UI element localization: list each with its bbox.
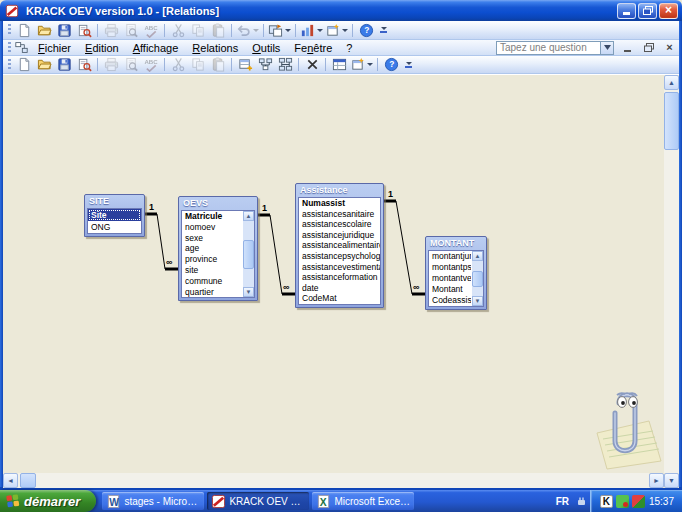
field-Codeassistan[interactable]: Codeassistan bbox=[429, 295, 472, 306]
scroll-up-icon[interactable]: ▲ bbox=[243, 211, 254, 221]
scroll-down-icon[interactable]: ▼ bbox=[243, 287, 254, 297]
file-search-button[interactable] bbox=[74, 56, 94, 73]
table-title[interactable]: SITE bbox=[87, 195, 142, 208]
field-CodeMat[interactable]: CodeMat bbox=[299, 293, 380, 304]
field-Site[interactable]: Site bbox=[88, 209, 141, 221]
scroll-track[interactable] bbox=[472, 261, 483, 296]
field-assistancepsychologique[interactable]: assistancepsychologique bbox=[299, 251, 380, 262]
scroll-track[interactable] bbox=[243, 221, 254, 287]
db-window-button[interactable] bbox=[329, 56, 349, 73]
field-montantvestim[interactable]: montantvestim bbox=[429, 273, 472, 284]
analyze-button[interactable] bbox=[299, 22, 324, 39]
new-button[interactable] bbox=[14, 56, 34, 73]
taskbar-task-word[interactable]: Wstages - Microsoft Word bbox=[102, 492, 204, 510]
vertical-scroll-thumb[interactable] bbox=[664, 92, 679, 150]
menubar-drag-handle[interactable] bbox=[8, 42, 11, 54]
field-montantpsych[interactable]: montantpsych bbox=[429, 262, 472, 273]
vertical-scroll-track[interactable] bbox=[664, 90, 679, 473]
tray-icon-green-status[interactable] bbox=[616, 495, 629, 508]
file-search-button[interactable] bbox=[74, 22, 94, 39]
scroll-right-icon[interactable]: ► bbox=[649, 473, 664, 488]
relationship-site-oevs[interactable]: 1∞ bbox=[145, 202, 178, 269]
mdi-close-button[interactable]: × bbox=[662, 41, 677, 54]
direct-relationships-button[interactable] bbox=[255, 56, 275, 73]
field-site[interactable]: site bbox=[182, 265, 243, 276]
menu-fichier[interactable]: Fichier bbox=[31, 41, 78, 55]
field-ONG[interactable]: ONG bbox=[88, 221, 141, 233]
horizontal-scroll-track[interactable] bbox=[18, 473, 649, 488]
field-assistancesanitaire[interactable]: assistancesanitaire bbox=[299, 209, 380, 220]
safely-remove-icon[interactable] bbox=[573, 490, 590, 512]
help-button[interactable]: ? bbox=[381, 56, 401, 73]
table-title[interactable]: Assistance bbox=[298, 184, 381, 197]
field-assistancescolaire[interactable]: assistancescolaire bbox=[299, 219, 380, 230]
taskbar-task-krack[interactable]: KRACK OEV version 1... bbox=[207, 492, 309, 510]
field-assistancealimentaire[interactable]: assistancealimentaire bbox=[299, 240, 380, 251]
table-oevs[interactable]: OEVSMatriculenomoevsexeageprovincesiteco… bbox=[178, 196, 258, 301]
tray-icon-red-status[interactable] bbox=[632, 495, 645, 508]
scroll-thumb[interactable] bbox=[243, 240, 254, 270]
field-date[interactable]: date bbox=[299, 283, 380, 294]
titlebar[interactable]: KRACK OEV version 1.0 - [Relations] × bbox=[0, 0, 682, 21]
field-montantjuridiq[interactable]: montantjuridiq bbox=[429, 251, 472, 262]
clock[interactable]: 15:37 bbox=[649, 496, 674, 507]
field-age[interactable]: age bbox=[182, 243, 243, 254]
menu-outils[interactable]: Outils bbox=[245, 41, 287, 55]
field-nomoev[interactable]: nomoev bbox=[182, 222, 243, 233]
table-scrollbar[interactable]: ▲▼ bbox=[471, 251, 483, 306]
field-province[interactable]: province bbox=[182, 254, 243, 265]
save-button[interactable] bbox=[54, 22, 74, 39]
table-scrollbar[interactable]: ▲▼ bbox=[242, 211, 254, 297]
table-site[interactable]: SITESiteONG bbox=[84, 194, 145, 237]
field-assistanceformation[interactable]: assistanceformation bbox=[299, 272, 380, 283]
child-window-icon[interactable] bbox=[15, 41, 28, 54]
scroll-up-icon[interactable]: ▲ bbox=[664, 75, 679, 90]
field-sexe[interactable]: sexe bbox=[182, 233, 243, 244]
relationship-assistance-montant[interactable]: 1∞ bbox=[384, 189, 425, 294]
menu-edition[interactable]: Edition bbox=[78, 41, 126, 55]
field-Numassist[interactable]: Numassist bbox=[299, 198, 380, 209]
office-assistant-clippy[interactable] bbox=[593, 387, 665, 475]
relationship-oevs-assistance[interactable]: 1∞ bbox=[258, 203, 295, 294]
field-assistancejuridique[interactable]: assistancejuridique bbox=[299, 230, 380, 241]
field-Matricule[interactable]: Matricule bbox=[182, 211, 243, 222]
scroll-thumb[interactable] bbox=[472, 271, 483, 287]
new-object-button[interactable] bbox=[349, 56, 374, 73]
tray-icon-kaspersky[interactable]: K bbox=[600, 495, 613, 508]
close-button[interactable]: × bbox=[659, 3, 678, 19]
scroll-down-icon[interactable]: ▼ bbox=[472, 296, 483, 306]
field-quartier[interactable]: quartier bbox=[182, 287, 243, 298]
toolbar-drag-handle[interactable] bbox=[8, 59, 11, 71]
field-commune[interactable]: commune bbox=[182, 276, 243, 287]
language-indicator[interactable]: FR bbox=[552, 490, 573, 512]
toolbar-drag-handle[interactable] bbox=[8, 24, 11, 36]
mdi-restore-button[interactable] bbox=[641, 41, 656, 54]
scroll-down-icon[interactable]: ▼ bbox=[664, 473, 679, 488]
menu-affichage[interactable]: Affichage bbox=[126, 41, 186, 55]
canvas-vertical-scrollbar[interactable]: ▲ ▼ bbox=[664, 75, 679, 488]
combobox-arrow-button[interactable] bbox=[600, 42, 613, 54]
menu-fentre[interactable]: Fenêtre bbox=[287, 41, 339, 55]
toolbar-options-button[interactable] bbox=[404, 62, 412, 68]
help-button[interactable]: ? bbox=[356, 22, 376, 39]
relations-canvas[interactable]: 1∞1∞1∞ SITESiteONGOEVSMatriculenomoevsex… bbox=[3, 74, 679, 488]
delete-button[interactable] bbox=[302, 56, 322, 73]
office-links-button[interactable] bbox=[267, 22, 292, 39]
field-assistancevestimentaire[interactable]: assistancevestimentaire bbox=[299, 262, 380, 273]
minimize-button[interactable] bbox=[617, 3, 636, 19]
table-title[interactable]: OEVS bbox=[181, 197, 255, 210]
canvas-horizontal-scrollbar[interactable]: ◄ ► bbox=[3, 473, 664, 488]
save-button[interactable] bbox=[54, 56, 74, 73]
open-button[interactable] bbox=[34, 56, 54, 73]
horizontal-scroll-thumb[interactable] bbox=[20, 473, 36, 488]
table-montant[interactable]: MONTANTmontantjuridiqmontantpsychmontant… bbox=[425, 236, 487, 310]
toolbar-options-button[interactable] bbox=[379, 27, 387, 33]
show-table-button[interactable] bbox=[235, 56, 255, 73]
maximize-button[interactable] bbox=[638, 3, 657, 19]
table-assistance[interactable]: AssistanceNumassistassistancesanitaireas… bbox=[295, 183, 384, 308]
table-title[interactable]: MONTANT bbox=[428, 237, 484, 250]
new-button[interactable] bbox=[14, 22, 34, 39]
start-button[interactable]: démarrer bbox=[0, 490, 96, 512]
field-Montant[interactable]: Montant bbox=[429, 284, 472, 295]
new-object-button[interactable] bbox=[324, 22, 349, 39]
